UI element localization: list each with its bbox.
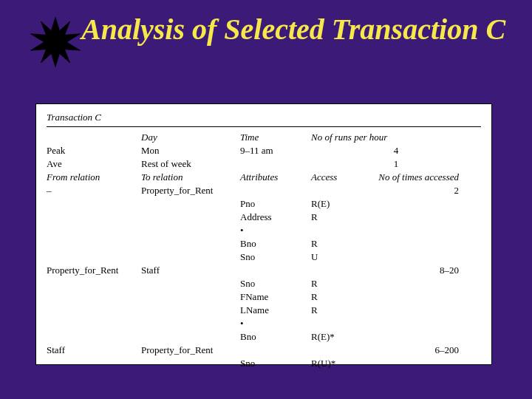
mid-header-row: From relation To relation Attributes Acc… [47,171,481,183]
transaction-label: Transaction C [47,112,141,123]
times-cell: 6–200 [363,344,481,356]
table-row: BnoR(E)* [47,331,481,343]
col-to: To relation [141,171,240,183]
top-header-row: Day Time No of runs per hour [47,132,481,143]
table-row: FNameR [47,291,481,303]
ave-label: Ave [47,158,141,170]
table-row: • [47,318,481,330]
slide-title: Analysis of Selected Transaction C [81,13,505,46]
ave-day: Rest of week [141,158,240,170]
col-attr: Attributes [240,171,311,183]
peak-time: 9–11 am [240,145,311,157]
peak-day: Mon [141,145,240,157]
table-row: Property_for_Rent Staff 8–20 [47,265,481,276]
table-row: LNameR [47,304,481,316]
times-cell: 8–20 [363,265,481,276]
to-cell: Property_for_Rent [141,185,240,197]
col-day: Day [141,132,240,143]
table-row: – Property_for_Rent 2 [47,185,481,197]
col-times: No of times accessed [363,171,481,183]
transaction-table: Transaction C Day Time No of runs per ho… [35,103,492,365]
table-row: PnoR(E) [47,198,481,210]
peak-runs: 4 [311,145,481,157]
peak-label: Peak [47,145,141,157]
col-access: Access [311,171,363,183]
slide-title-block: Analysis of Selected Transaction C [30,13,505,68]
table-row: • [47,225,481,236]
to-cell: Property_for_Rent [141,344,240,356]
col-time: Time [240,132,311,143]
header-row: Transaction C [47,112,481,123]
col-from: From relation [47,171,141,183]
ave-row: Ave Rest of week 1 [47,158,481,170]
table-row: SnoR [47,278,481,290]
table-row: SnoR(U)* [47,358,481,369]
peak-row: Peak Mon 9–11 am 4 [47,145,481,157]
divider [47,126,481,127]
table-row: AddressR [47,211,481,223]
starburst-icon [30,16,81,68]
table-row: BnoR [47,238,481,250]
svg-marker-0 [30,17,80,66]
from-cell: Staff [47,344,141,356]
from-cell: Property_for_Rent [47,265,141,276]
from-cell: – [47,185,141,197]
times-cell: 2 [363,185,481,197]
col-runs: No of runs per hour [311,132,481,143]
ave-runs: 1 [311,158,481,170]
table-row: Staff Property_for_Rent 6–200 [47,344,481,356]
table-row: SnoU [47,251,481,263]
to-cell: Staff [141,265,240,276]
